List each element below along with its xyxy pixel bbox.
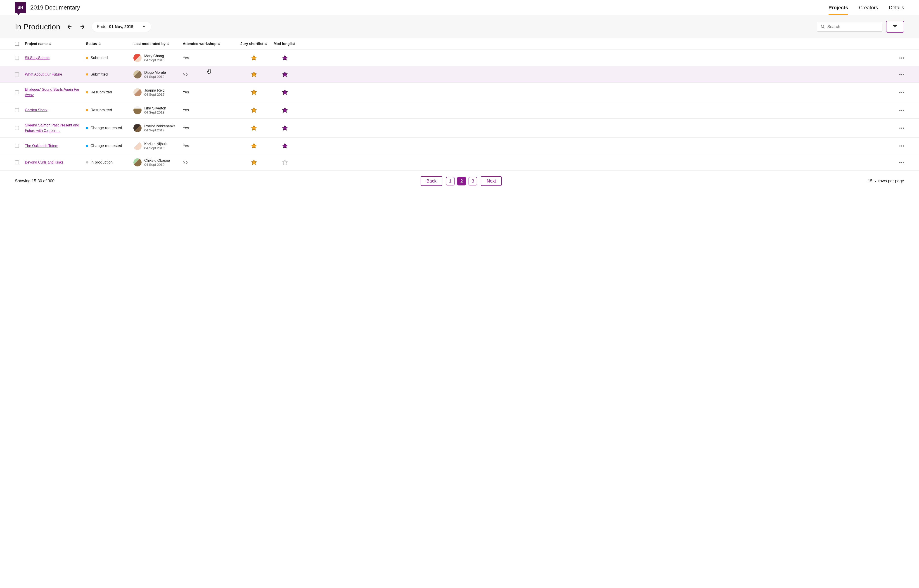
row-checkbox[interactable] [15, 73, 19, 76]
project-link[interactable]: Skeena Salmon Past Present and Future wi… [25, 123, 79, 132]
nav-creators[interactable]: Creators [859, 1, 878, 15]
jury-star[interactable] [251, 71, 257, 77]
status-text: Resubmitted [90, 108, 112, 112]
more-actions-button[interactable] [899, 126, 904, 131]
status-dot [86, 145, 88, 147]
row-checkbox[interactable] [15, 144, 19, 148]
next-arrow-button[interactable] [79, 24, 86, 30]
project-link[interactable]: Ehaleqep' Sound Starts Again Far Away [25, 87, 79, 97]
ends-date-selector[interactable]: Ends: 01 Nov, 2019 [92, 22, 151, 32]
footer: Showing 15-30 of 300 Back 1 2 3 Next 15 … [0, 171, 919, 191]
col-header-moderated[interactable]: Last moderated by [133, 42, 183, 46]
avatar [133, 88, 142, 96]
more-actions-button[interactable] [899, 144, 904, 149]
jury-star[interactable] [251, 159, 257, 165]
table-row[interactable]: Ehaleqep' Sound Starts Again Far Away Re… [0, 83, 919, 102]
more-actions-button[interactable] [899, 90, 904, 95]
avatar [133, 106, 142, 114]
sort-icon [167, 42, 170, 46]
table-body: Sit.Stay.Search Submitted Mary Chang 04 … [0, 50, 919, 171]
col-header-status[interactable]: Status [86, 42, 133, 46]
more-actions-button[interactable] [899, 56, 904, 60]
avatar [133, 142, 142, 150]
ends-label: Ends: [97, 24, 107, 29]
select-all-checkbox[interactable] [15, 42, 19, 46]
status-dot [86, 57, 88, 59]
more-actions-button[interactable] [899, 108, 904, 113]
project-link[interactable]: Sit.Stay.Search [25, 56, 50, 60]
row-checkbox[interactable] [15, 126, 19, 130]
brand-logo[interactable]: SH [15, 2, 26, 13]
search-box[interactable] [817, 22, 882, 32]
moderator-date: 04 Sept 2019 [144, 146, 167, 150]
jury-star[interactable] [251, 107, 257, 113]
avatar [133, 124, 142, 132]
more-actions-button[interactable] [899, 72, 904, 77]
page-3[interactable]: 3 [468, 177, 477, 186]
longlist-star[interactable] [282, 143, 288, 149]
filter-button[interactable] [886, 21, 904, 32]
page-number-group: 1 2 3 [446, 177, 477, 186]
col-header-longlist: Mod longlist [274, 42, 296, 46]
nav-projects[interactable]: Projects [829, 1, 848, 15]
moderator-name: Roelof Bekkenenks [144, 124, 176, 128]
project-link[interactable]: Garden Shark [25, 108, 47, 112]
moderator-date: 04 Sept 2019 [144, 110, 166, 114]
avatar [133, 158, 142, 166]
avatar [133, 54, 142, 62]
longlist-star[interactable] [282, 107, 288, 113]
table-row[interactable]: Sit.Stay.Search Submitted Mary Chang 04 … [0, 50, 919, 66]
prev-arrow-button[interactable] [66, 24, 73, 30]
jury-star[interactable] [251, 55, 257, 61]
more-actions-button[interactable] [899, 160, 904, 165]
moderator-name: Chikelu Obasea [144, 158, 170, 163]
col-header-workshop[interactable]: Attended workshop [183, 42, 234, 46]
rows-per-page-selector[interactable]: 15 rows per page [868, 179, 904, 183]
workshop-value: No [183, 160, 188, 165]
sort-icon [265, 42, 268, 46]
moderator-name: Karlien Nijhuis [144, 142, 167, 146]
nav-details[interactable]: Details [889, 1, 904, 15]
page-2[interactable]: 2 [457, 177, 466, 186]
rows-label: rows per page [878, 179, 904, 183]
longlist-star[interactable] [282, 71, 288, 77]
row-checkbox[interactable] [15, 56, 19, 60]
status-dot [86, 73, 88, 76]
table-row[interactable]: Skeena Salmon Past Present and Future wi… [0, 118, 919, 138]
table-row[interactable]: Garden Shark Resubmitted Isha Silverton … [0, 102, 919, 118]
page-1[interactable]: 1 [446, 177, 454, 186]
project-link[interactable]: The Oaklands Totem [25, 144, 58, 148]
search-input[interactable] [827, 24, 879, 29]
col-header-jury[interactable]: Jury shortlist [234, 42, 274, 46]
workshop-value: Yes [183, 108, 189, 112]
jury-star[interactable] [251, 143, 257, 149]
back-button[interactable]: Back [421, 176, 442, 186]
jury-star[interactable] [251, 125, 257, 131]
longlist-star[interactable] [282, 89, 288, 95]
row-checkbox[interactable] [15, 160, 19, 165]
showing-text: Showing 15-30 of 300 [15, 179, 55, 183]
longlist-star[interactable] [282, 125, 288, 131]
jury-star[interactable] [251, 89, 257, 95]
header: SH 2019 Documentary Projects Creators De… [0, 0, 919, 15]
status-dot [86, 91, 88, 94]
row-checkbox[interactable] [15, 108, 19, 112]
chevron-down-icon [142, 25, 146, 29]
status-dot [86, 109, 88, 111]
avatar [133, 70, 142, 79]
col-header-name[interactable]: Project name [25, 42, 86, 46]
longlist-star[interactable] [282, 55, 288, 61]
table-row[interactable]: Beyond Curls and Kinks In production Chi… [0, 154, 919, 171]
moderator-name: Diego Morata [144, 71, 166, 74]
longlist-star[interactable] [282, 159, 288, 165]
header-nav: Projects Creators Details [829, 1, 904, 15]
brand-title: 2019 Documentary [30, 4, 80, 11]
moderator-name: Joanna Reid [144, 89, 165, 92]
project-link[interactable]: What About Our Future [25, 73, 62, 76]
search-icon [820, 24, 825, 29]
table-row[interactable]: What About Our Future Submitted Diego Mo… [0, 66, 919, 83]
next-button[interactable]: Next [481, 176, 502, 186]
table-row[interactable]: The Oaklands Totem Change requested Karl… [0, 138, 919, 154]
row-checkbox[interactable] [15, 90, 19, 94]
project-link[interactable]: Beyond Curls and Kinks [25, 160, 63, 164]
